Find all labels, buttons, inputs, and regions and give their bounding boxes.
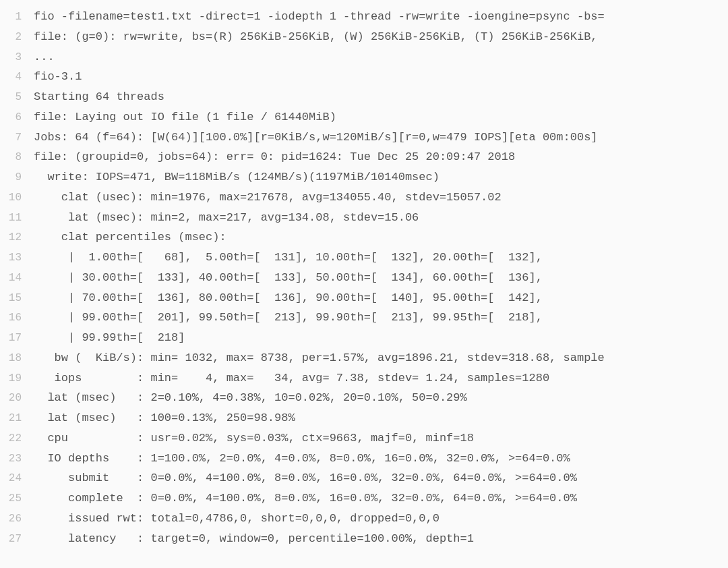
line-content: fio -filename=test1.txt -direct=1 -iodep… <box>34 7 605 27</box>
line-content: issued rwt: total=0,4786,0, short=0,0,0,… <box>34 509 439 529</box>
line-content: cpu : usr=0.02%, sys=0.03%, ctx=9663, ma… <box>34 428 474 449</box>
line-number: 7 <box>0 128 34 147</box>
line-content: Starting 64 threads <box>34 87 164 107</box>
line-content: bw ( KiB/s): min= 1032, max= 8738, per=1… <box>34 348 605 368</box>
line-content: | 99.99th=[ 218] <box>34 328 185 348</box>
code-line: 10 clat (usec): min=1976, max=217678, av… <box>0 188 728 208</box>
code-line: 6file: Laying out IO file (1 file / 6144… <box>0 107 728 127</box>
line-number: 22 <box>0 429 34 448</box>
code-line: 11 lat (msec): min=2, max=217, avg=134.0… <box>0 208 728 228</box>
line-number: 24 <box>0 469 34 488</box>
code-line: 27 latency : target=0, window=0, percent… <box>0 529 728 549</box>
code-line: 1fio -filename=test1.txt -direct=1 -iode… <box>0 7 728 27</box>
line-number: 26 <box>0 509 34 528</box>
line-content: | 70.00th=[ 136], 80.00th=[ 136], 90.00t… <box>34 288 543 308</box>
line-content: latency : target=0, window=0, percentile… <box>34 529 474 549</box>
line-number: 11 <box>0 208 34 227</box>
code-line: 15 | 70.00th=[ 136], 80.00th=[ 136], 90.… <box>0 288 728 308</box>
line-content: lat (msec): min=2, max=217, avg=134.08, … <box>34 208 419 228</box>
line-content: write: IOPS=471, BW=118MiB/s (124MB/s)(1… <box>34 167 439 188</box>
line-content: file: (groupid=0, jobs=64): err= 0: pid=… <box>34 147 515 167</box>
line-content: IO depths : 1=100.0%, 2=0.0%, 4=0.0%, 8=… <box>34 449 570 469</box>
code-line: 16 | 99.00th=[ 201], 99.50th=[ 213], 99.… <box>0 308 728 328</box>
code-line: 22 cpu : usr=0.02%, sys=0.03%, ctx=9663,… <box>0 428 728 449</box>
line-number: 15 <box>0 289 34 308</box>
line-content: iops : min= 4, max= 34, avg= 7.38, stdev… <box>34 368 549 389</box>
line-content: submit : 0=0.0%, 4=100.0%, 8=0.0%, 16=0.… <box>34 468 577 488</box>
line-content: | 99.00th=[ 201], 99.50th=[ 213], 99.90t… <box>34 308 543 328</box>
code-line: 26 issued rwt: total=0,4786,0, short=0,0… <box>0 509 728 529</box>
code-line: 19 iops : min= 4, max= 34, avg= 7.38, st… <box>0 368 728 389</box>
code-line: 13 | 1.00th=[ 68], 5.00th=[ 131], 10.00t… <box>0 248 728 268</box>
code-line: 25 complete : 0=0.0%, 4=100.0%, 8=0.0%, … <box>0 488 728 509</box>
line-number: 17 <box>0 329 34 347</box>
line-content: file: (g=0): rw=write, bs=(R) 256KiB-256… <box>34 27 598 47</box>
code-line: 8file: (groupid=0, jobs=64): err= 0: pid… <box>0 147 728 167</box>
code-line: 24 submit : 0=0.0%, 4=100.0%, 8=0.0%, 16… <box>0 468 728 488</box>
line-number: 9 <box>0 168 34 187</box>
line-number: 1 <box>0 7 34 26</box>
line-number: 20 <box>0 389 34 407</box>
line-number: 3 <box>0 48 34 67</box>
line-content: file: Laying out IO file (1 file / 61440… <box>34 107 336 127</box>
code-line: 9 write: IOPS=471, BW=118MiB/s (124MB/s)… <box>0 167 728 188</box>
code-line: 18 bw ( KiB/s): min= 1032, max= 8738, pe… <box>0 348 728 368</box>
line-number: 8 <box>0 148 34 167</box>
code-line: 23 IO depths : 1=100.0%, 2=0.0%, 4=0.0%,… <box>0 449 728 469</box>
code-line: 5Starting 64 threads <box>0 87 728 107</box>
line-content: lat (msec) : 100=0.13%, 250=98.98% <box>34 408 295 428</box>
line-content: clat percentiles (msec): <box>34 227 226 248</box>
code-line: 3... <box>0 47 728 67</box>
line-number: 21 <box>0 409 34 428</box>
line-content: lat (msec) : 2=0.10%, 4=0.38%, 10=0.02%,… <box>34 388 467 408</box>
line-number: 12 <box>0 228 34 247</box>
code-line: 21 lat (msec) : 100=0.13%, 250=98.98% <box>0 408 728 428</box>
code-line: 12 clat percentiles (msec): <box>0 227 728 248</box>
line-number: 23 <box>0 449 34 468</box>
line-content: complete : 0=0.0%, 4=100.0%, 8=0.0%, 16=… <box>34 488 577 509</box>
line-content: | 30.00th=[ 133], 40.00th=[ 133], 50.00t… <box>34 268 543 288</box>
line-number: 16 <box>0 308 34 327</box>
code-line: 17 | 99.99th=[ 218] <box>0 328 728 348</box>
line-number: 6 <box>0 108 34 127</box>
line-number: 5 <box>0 88 34 107</box>
code-line: 14 | 30.00th=[ 133], 40.00th=[ 133], 50.… <box>0 268 728 288</box>
line-content: fio-3.1 <box>34 67 82 87</box>
code-line: 20 lat (msec) : 2=0.10%, 4=0.38%, 10=0.0… <box>0 388 728 408</box>
line-number: 18 <box>0 349 34 368</box>
line-content: clat (usec): min=1976, max=217678, avg=1… <box>34 188 502 208</box>
code-line: 7Jobs: 64 (f=64): [W(64)][100.0%][r=0KiB… <box>0 127 728 148</box>
line-content: | 1.00th=[ 68], 5.00th=[ 131], 10.00th=[… <box>34 248 543 268</box>
line-number: 19 <box>0 369 34 388</box>
line-number: 27 <box>0 530 34 548</box>
code-line: 4fio-3.1 <box>0 67 728 87</box>
line-number: 13 <box>0 248 34 267</box>
line-number: 4 <box>0 67 34 86</box>
line-content: ... <box>34 47 55 67</box>
line-number: 14 <box>0 268 34 287</box>
line-number: 2 <box>0 28 34 47</box>
code-line: 2file: (g=0): rw=write, bs=(R) 256KiB-25… <box>0 27 728 47</box>
line-number: 10 <box>0 188 34 207</box>
line-content: Jobs: 64 (f=64): [W(64)][100.0%][r=0KiB/… <box>34 127 598 148</box>
line-number: 25 <box>0 489 34 508</box>
code-block: 1fio -filename=test1.txt -direct=1 -iode… <box>0 7 728 548</box>
